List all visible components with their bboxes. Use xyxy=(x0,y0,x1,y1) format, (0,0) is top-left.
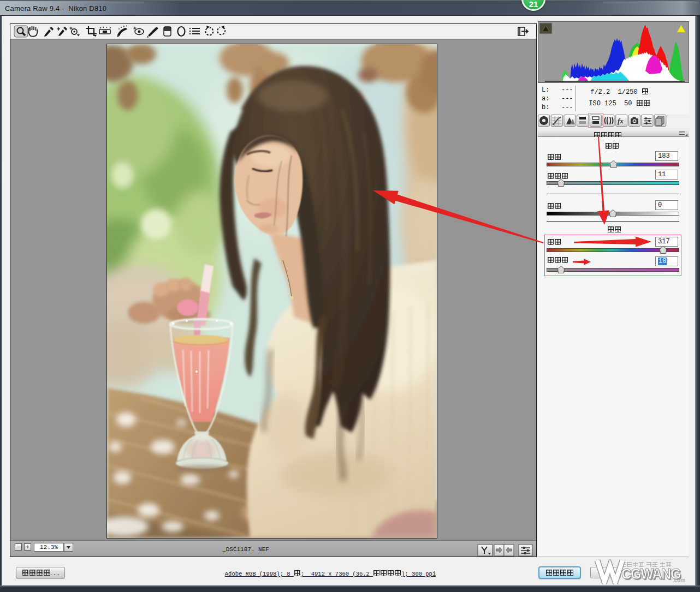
svg-text:fx: fx xyxy=(618,117,624,125)
